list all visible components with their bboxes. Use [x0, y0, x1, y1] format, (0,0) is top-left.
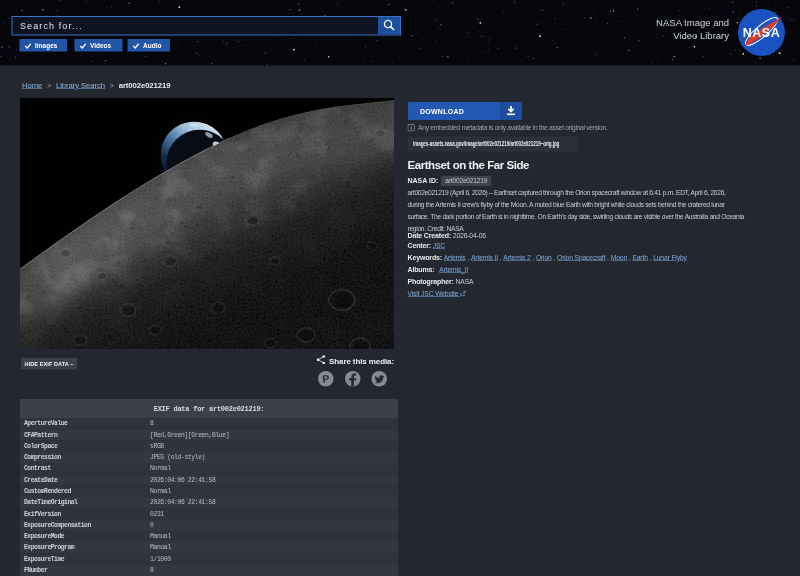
- svg-text:NASA: NASA: [743, 26, 780, 40]
- svg-text:P: P: [322, 372, 330, 385]
